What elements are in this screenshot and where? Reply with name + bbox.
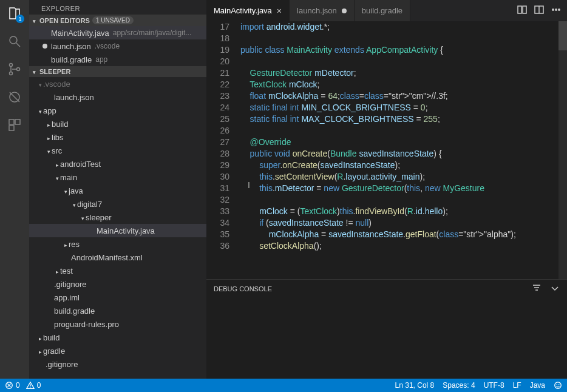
status-encoding[interactable]: UTF-8: [484, 381, 504, 390]
compare-icon[interactable]: [517, 5, 527, 16]
close-icon[interactable]: ×: [277, 6, 282, 16]
tree-item[interactable]: AndroidManifest.xml: [29, 251, 206, 264]
open-editor-name: launch.json: [51, 42, 91, 51]
tree-item-label: gradle: [43, 346, 65, 356]
chevron-down-icon: [33, 17, 37, 24]
open-editor-item[interactable]: MainActivity.javaapp/src/main/java/digit…: [29, 26, 206, 39]
project-header[interactable]: SLEEPER: [29, 66, 206, 77]
file-tree: .vscodelaunch.jsonappbuildlibssrcandroid…: [29, 77, 206, 392]
feedback-icon[interactable]: [554, 381, 562, 390]
tree-item-label: digital7: [77, 200, 102, 209]
debug-console-body[interactable]: [206, 298, 567, 379]
sidebar-title: EXPLORER: [29, 0, 206, 15]
svg-point-11: [552, 9, 554, 10]
tab-actions: [517, 0, 567, 21]
tree-item[interactable]: sleeper: [29, 211, 206, 224]
error-count: 0: [16, 381, 20, 390]
tree-item-label: .gitignore: [54, 280, 86, 289]
chevron-down-icon[interactable]: [550, 283, 560, 294]
tree-item-label: proguard-rules.pro: [54, 320, 119, 329]
status-bar: 0 0 Ln 31, Col 8 Spaces: 4 UTF-8 LF Java: [0, 379, 567, 392]
search-icon[interactable]: [6, 33, 23, 50]
chevron-down-icon: [39, 79, 43, 89]
tab-label: build.gradle: [362, 6, 402, 15]
minimap-thumb[interactable]: [559, 21, 567, 50]
svg-point-16: [557, 384, 557, 385]
code-area[interactable]: import android.widget.*; public class Ma…: [240, 21, 567, 279]
status-language[interactable]: Java: [530, 381, 545, 390]
minimap[interactable]: [559, 21, 567, 279]
tree-item[interactable]: java: [29, 184, 206, 197]
svg-point-1: [10, 64, 13, 67]
tree-item[interactable]: gradle: [29, 344, 206, 357]
debug-panel-header: DEBUG CONSOLE: [206, 280, 567, 298]
tree-item[interactable]: src: [29, 144, 206, 157]
tree-item[interactable]: MainActivity.java: [29, 224, 206, 237]
tree-item[interactable]: .vscode: [29, 77, 206, 90]
tree-item[interactable]: test: [29, 264, 206, 277]
tree-item-label: build: [43, 333, 59, 342]
tree-item[interactable]: app: [29, 104, 206, 117]
tree-item-label: main: [60, 173, 77, 182]
editor-tab[interactable]: MainActivity.java×: [206, 0, 290, 21]
tree-item[interactable]: res: [29, 237, 206, 251]
open-editor-path: .vscode: [95, 42, 120, 50]
tree-item[interactable]: androidTest: [29, 157, 206, 171]
chevron-right-icon: [47, 133, 52, 142]
explorer-icon[interactable]: 1: [6, 5, 23, 22]
source-control-icon[interactable]: [6, 61, 23, 78]
editor-tab[interactable]: build.gradle: [355, 0, 410, 21]
open-editors-label: OPEN EDITORS: [39, 17, 90, 24]
tree-item-label: .vscode: [43, 79, 70, 89]
open-editor-path: app/src/main/java/digit...: [113, 29, 191, 37]
open-editor-item[interactable]: build.gradleapp: [29, 53, 206, 66]
chevron-down-icon: [33, 68, 37, 75]
status-eol[interactable]: LF: [513, 381, 521, 390]
open-editors-list: MainActivity.javaapp/src/main/java/digit…: [29, 26, 206, 66]
open-editor-name: build.gradle: [51, 55, 92, 64]
tree-item-label: java: [69, 186, 83, 195]
tree-item[interactable]: .gitignore: [29, 357, 206, 371]
split-editor-icon[interactable]: [534, 5, 544, 16]
tab-bar: MainActivity.java×launch.jsonbuild.gradl…: [206, 0, 567, 21]
tree-item[interactable]: .gitignore: [29, 277, 206, 291]
tree-item[interactable]: proguard-rules.pro: [29, 317, 206, 331]
modified-dot-icon: [342, 8, 347, 13]
open-editor-name: MainActivity.java: [51, 29, 109, 38]
svg-point-15: [555, 382, 562, 389]
chevron-down-icon: [81, 213, 86, 222]
tree-item[interactable]: libs: [29, 130, 206, 144]
debug-console-label[interactable]: DEBUG CONSOLE: [214, 285, 272, 292]
status-warnings[interactable]: 0: [26, 381, 41, 390]
tree-item[interactable]: build: [29, 117, 206, 130]
tree-item-label: sleeper: [86, 213, 112, 222]
svg-point-3: [17, 68, 20, 71]
status-position[interactable]: Ln 31, Col 8: [395, 381, 435, 390]
tree-item[interactable]: build: [29, 331, 206, 344]
open-editors-header[interactable]: OPEN EDITORS 1 UNSAVED: [29, 15, 206, 26]
open-editor-item[interactable]: launch.json.vscode: [29, 39, 206, 53]
more-icon[interactable]: [551, 5, 561, 16]
tree-item-label: app: [43, 106, 56, 115]
tree-item[interactable]: app.iml: [29, 291, 206, 304]
chevron-down-icon: [39, 106, 43, 115]
chevron-right-icon: [39, 333, 43, 342]
tree-item-label: MainActivity.java: [97, 226, 155, 235]
tree-item[interactable]: launch.json: [29, 90, 206, 104]
svg-point-13: [559, 9, 560, 10]
extensions-icon[interactable]: [6, 117, 23, 133]
editor-tab[interactable]: launch.json: [290, 0, 355, 21]
explorer-badge: 1: [16, 15, 24, 23]
code-editor[interactable]: 1718192021222324252627282930313233343536…: [206, 21, 567, 279]
debug-icon[interactable]: [6, 89, 23, 106]
tree-item-label: libs: [52, 133, 64, 142]
svg-rect-6: [15, 120, 20, 124]
tree-item[interactable]: build.gradle: [29, 304, 206, 317]
status-errors[interactable]: 0: [5, 381, 20, 390]
filter-icon[interactable]: [532, 283, 542, 294]
status-spaces[interactable]: Spaces: 4: [443, 381, 475, 390]
tree-item[interactable]: main: [29, 171, 206, 184]
open-editor-path: app: [95, 55, 107, 64]
chevron-down-icon: [64, 186, 69, 195]
tree-item[interactable]: digital7: [29, 197, 206, 211]
